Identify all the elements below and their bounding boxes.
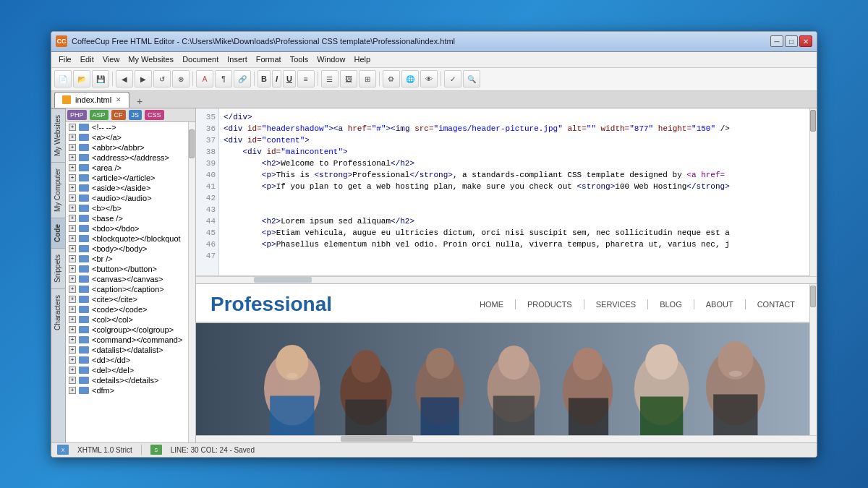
tag-panel-scrollbar[interactable]: [188, 122, 195, 442]
image-button[interactable]: 🖼: [340, 70, 357, 87]
editor-scrollbar-thumb[interactable]: [810, 110, 816, 132]
asp-tab[interactable]: ASP: [90, 110, 109, 120]
preview-scrollbar[interactable]: [809, 284, 817, 435]
new-file-button[interactable]: 📄: [54, 70, 72, 87]
list-item[interactable]: +<address></address>: [66, 153, 188, 163]
js-tab[interactable]: JS: [129, 110, 142, 120]
expand-icon[interactable]: +: [69, 367, 76, 374]
preview-scrollbar-thumb[interactable]: [810, 286, 816, 307]
expand-icon[interactable]: +: [69, 215, 76, 222]
vert-tab-my-websites[interactable]: My Websites: [51, 108, 65, 162]
expand-icon[interactable]: +: [69, 255, 76, 262]
preview-hscroll[interactable]: [196, 435, 817, 442]
menu-my-websites[interactable]: My Websites: [124, 53, 178, 65]
save-button[interactable]: 💾: [92, 70, 109, 87]
list-item[interactable]: +<blockquote></blockquot: [66, 234, 188, 244]
menu-window[interactable]: Window: [312, 53, 349, 65]
back-button[interactable]: ◀: [116, 70, 133, 87]
list-item[interactable]: +<article></article>: [66, 173, 188, 183]
list-item[interactable]: +<button></button>: [66, 264, 188, 274]
list-item[interactable]: +<a></a>: [66, 132, 188, 142]
underline-button[interactable]: U: [283, 70, 296, 87]
list-item[interactable]: +<dfm>: [66, 385, 188, 395]
editor-hscroll[interactable]: [196, 276, 817, 283]
list-item[interactable]: +<datalist></datalist>: [66, 345, 188, 355]
list-item[interactable]: +<del></del>: [66, 365, 188, 375]
globe-button[interactable]: 🌐: [401, 70, 419, 87]
list-item[interactable]: +<base />: [66, 213, 188, 223]
nav-services[interactable]: SERVICES: [596, 299, 636, 310]
stop-button[interactable]: ⊗: [172, 70, 190, 87]
expand-icon[interactable]: +: [69, 184, 76, 192]
list-item[interactable]: +<caption></caption>: [66, 284, 188, 294]
align-button[interactable]: ≡: [297, 70, 315, 87]
nav-home[interactable]: HOME: [480, 299, 503, 310]
expand-icon[interactable]: +: [69, 134, 76, 141]
tab-index-html[interactable]: index.html ✕: [54, 92, 129, 108]
minimize-button[interactable]: ─: [770, 35, 783, 47]
expand-icon[interactable]: +: [69, 377, 76, 384]
nav-products[interactable]: PRODUCTS: [527, 299, 572, 310]
css-tab[interactable]: CSS: [145, 110, 164, 120]
expand-icon[interactable]: +: [69, 356, 76, 364]
bold-button[interactable]: B: [258, 70, 271, 87]
expand-icon[interactable]: +: [69, 336, 76, 343]
menu-view[interactable]: View: [98, 53, 124, 65]
menu-insert[interactable]: Insert: [223, 53, 252, 65]
menu-document[interactable]: Document: [178, 53, 223, 65]
list-item[interactable]: +<cite></cite>: [66, 294, 188, 304]
expand-icon[interactable]: +: [69, 316, 76, 323]
cf-tab[interactable]: CF: [111, 110, 126, 120]
expand-icon[interactable]: +: [69, 346, 76, 354]
refresh-button[interactable]: ↺: [153, 70, 171, 87]
expand-icon[interactable]: +: [69, 235, 76, 242]
expand-icon[interactable]: +: [69, 154, 76, 161]
php-tab[interactable]: PHP: [67, 110, 87, 120]
menu-file[interactable]: File: [54, 53, 76, 65]
tab-close-button[interactable]: ✕: [116, 96, 122, 103]
expand-icon[interactable]: +: [69, 275, 76, 283]
paragraph-button[interactable]: ¶: [215, 70, 232, 87]
list-button[interactable]: ☰: [321, 70, 339, 87]
new-tab-button[interactable]: +: [132, 95, 147, 108]
close-button[interactable]: ✕: [799, 35, 812, 47]
list-item[interactable]: +<b></b>: [66, 203, 188, 213]
preview-hscroll-thumb[interactable]: [341, 436, 413, 442]
italic-button[interactable]: I: [272, 70, 281, 87]
expand-icon[interactable]: +: [69, 205, 76, 212]
hscroll-thumb[interactable]: [254, 277, 312, 283]
expand-icon[interactable]: +: [69, 245, 76, 252]
list-item[interactable]: +<!-- -->: [66, 122, 188, 132]
expand-icon[interactable]: +: [69, 144, 76, 151]
menu-tools[interactable]: Tools: [286, 53, 313, 65]
scrollbar-thumb[interactable]: [189, 129, 195, 158]
list-item[interactable]: +<aside></aside>: [66, 183, 188, 193]
vert-tab-snippets[interactable]: Snippets: [51, 248, 65, 288]
vert-tab-code[interactable]: Code: [51, 218, 65, 248]
nav-about[interactable]: ABOUT: [706, 299, 733, 310]
menu-edit[interactable]: Edit: [76, 53, 98, 65]
list-item[interactable]: +<command></command>: [66, 335, 188, 345]
expand-icon[interactable]: +: [69, 265, 76, 273]
expand-icon[interactable]: +: [69, 306, 76, 313]
expand-icon[interactable]: +: [69, 164, 76, 171]
color-button[interactable]: A: [196, 70, 213, 87]
search-button[interactable]: 🔍: [463, 70, 480, 87]
list-item[interactable]: +<dd></dd>: [66, 355, 188, 365]
code-content[interactable]: </div> <div id="headershadow"><a href="#…: [219, 108, 809, 275]
list-item[interactable]: +<area />: [66, 163, 188, 173]
expand-icon[interactable]: +: [69, 387, 76, 394]
expand-icon[interactable]: +: [69, 194, 76, 202]
list-item[interactable]: +<col></col>: [66, 314, 188, 325]
expand-icon[interactable]: +: [69, 124, 76, 131]
list-item[interactable]: +<abbr></abbr>: [66, 142, 188, 153]
check-button[interactable]: ✓: [444, 70, 461, 87]
expand-icon[interactable]: +: [69, 326, 76, 333]
vert-tab-my-computer[interactable]: My Computer: [51, 162, 65, 218]
link-button[interactable]: 🔗: [234, 70, 251, 87]
list-item[interactable]: +<bdo></bdo>: [66, 223, 188, 234]
list-item[interactable]: +<br />: [66, 254, 188, 264]
editor-scrollbar[interactable]: [809, 108, 817, 276]
list-item[interactable]: +<colgroup></colgroup>: [66, 325, 188, 335]
expand-icon[interactable]: +: [69, 174, 76, 181]
